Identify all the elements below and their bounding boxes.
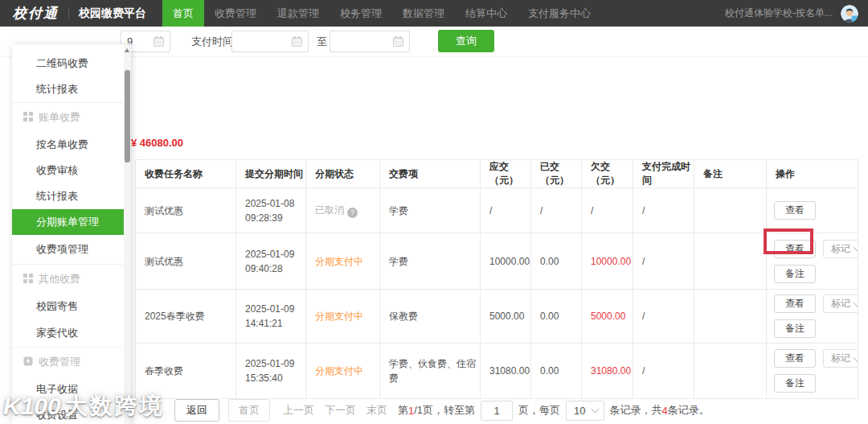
pay-time-end-input[interactable]: [330, 31, 410, 52]
cell-remark: [694, 344, 767, 399]
cell-complete-time: /: [633, 290, 694, 344]
back-button[interactable]: 返回: [174, 399, 219, 422]
prev-page-link[interactable]: 上一页: [283, 403, 314, 418]
goto-page-input[interactable]: [481, 401, 513, 421]
user-avatar-icon[interactable]: [841, 5, 858, 23]
badge-download-icon: [23, 356, 33, 368]
col-submit-time: 提交分期时间: [236, 160, 306, 188]
sidebar-section-bill-fee: 账单收费: [12, 102, 131, 132]
mark-dropdown[interactable]: 标记: [823, 294, 858, 313]
sidebar-item-e-receipt[interactable]: 电子收据: [12, 377, 131, 402]
view-button[interactable]: 查看: [774, 240, 816, 258]
sidebar-item-fee-review[interactable]: 收费审核: [12, 158, 131, 183]
sidebar-item-stats-report-1[interactable]: 统计报表: [12, 76, 131, 102]
last-page-link[interactable]: 末页: [366, 403, 387, 418]
sidebar-item-fee-settings[interactable]: 收费设置: [12, 402, 131, 424]
table-row: 春季收费 2025-01-09 15:35:40 分期支付中 学费、伙食费、住宿…: [136, 344, 858, 399]
query-button[interactable]: 查询: [438, 30, 494, 52]
nav-home[interactable]: 首页: [162, 0, 204, 27]
sidebar-item-by-roster-fee[interactable]: 按名单收费: [12, 132, 131, 158]
first-page-button[interactable]: 首页: [228, 399, 270, 422]
chevron-down-icon: [854, 353, 858, 361]
goto-suffix-label: 页，每页: [518, 403, 560, 418]
cell-due: /: [481, 188, 531, 233]
cell-paid: 0.00: [531, 290, 582, 344]
remark-button[interactable]: 备注: [774, 319, 816, 338]
cell-task-name: 测试优惠: [136, 188, 236, 233]
cell-paid: 0.00: [531, 344, 582, 399]
cell-pay-items: 学费: [380, 233, 481, 290]
page-info-prefix: 第: [398, 403, 408, 418]
cell-actions: 查看 标记 备注: [767, 344, 858, 399]
cell-complete-time: /: [633, 233, 694, 290]
cell-pay-items: 学费、伙食费、住宿费: [380, 344, 481, 399]
sidebar-item-campus-consignment[interactable]: 校园寄售: [12, 294, 131, 319]
chevron-down-icon: [854, 244, 858, 252]
mark-dropdown[interactable]: 标记: [823, 240, 858, 258]
sidebar-item-fee-item-mgmt[interactable]: 收费项管理: [12, 235, 131, 264]
cell-actions: 查看 标记 备注: [767, 233, 858, 290]
nav-school-affairs[interactable]: 校务管理: [330, 0, 392, 27]
remark-button[interactable]: 备注: [774, 265, 816, 283]
view-button[interactable]: 查看: [774, 349, 816, 368]
help-question-icon[interactable]: ?: [347, 208, 358, 218]
cell-status: 分期支付中: [306, 290, 380, 344]
col-remark: 备注: [694, 160, 767, 188]
sidebar: 二维码收费 统计报表 账单收费 按名单收费 收费审核 统计报表 分期账单管理 收…: [12, 44, 131, 424]
nav-fee-management[interactable]: 收费管理: [204, 0, 267, 27]
scrollbar-thumb[interactable]: [125, 70, 130, 163]
records-label: 条记录，共: [610, 403, 662, 418]
cell-complete-time: /: [633, 344, 694, 399]
nav-settlement-center[interactable]: 结算中心: [455, 0, 518, 27]
range-separator-label: 至: [317, 31, 327, 52]
table-row: 测试优惠 2025-01-09 09:40:28 分期支付中 学费 10000.…: [136, 233, 858, 290]
cell-complete-time: /: [633, 188, 694, 233]
cell-pay-items: 学费: [380, 188, 481, 233]
cell-owed: 10000.00: [582, 233, 633, 290]
view-button[interactable]: 查看: [774, 294, 816, 313]
mark-dropdown[interactable]: 标记: [823, 349, 858, 368]
per-page-select[interactable]: 10: [566, 401, 604, 421]
scroll-up-icon[interactable]: [125, 48, 129, 52]
nav-payment-service-center[interactable]: 支付服务中心: [518, 0, 601, 27]
col-paid: 已交（元）: [531, 160, 582, 188]
cell-owed: 5000.00: [582, 290, 633, 344]
sidebar-item-stats-report-2[interactable]: 统计报表: [12, 183, 131, 209]
next-page-link[interactable]: 下一页: [325, 403, 356, 418]
calendar-icon: [393, 36, 403, 47]
sidebar-scrollbar[interactable]: [124, 44, 131, 424]
total-records: 4: [662, 405, 668, 417]
remark-button[interactable]: 备注: [774, 374, 816, 393]
cell-submit-time: 2025-01-09 14:41:21: [236, 290, 306, 344]
chevron-down-icon: [591, 405, 599, 414]
cell-task-name: 测试优惠: [136, 233, 236, 290]
pay-time-label: 支付时间: [191, 31, 233, 52]
sidebar-item-qrcode-fee[interactable]: 二维码收费: [12, 51, 131, 76]
table-row: 测试优惠 2025-01-08 09:28:39 已取消? 学费 / / / /…: [136, 188, 858, 233]
pagination-bar: 返回 首页 上一页 下一页 末页 第1/1页，转至第 页，每页 10 条记录，共…: [174, 399, 710, 422]
pay-time-start-input[interactable]: [231, 31, 309, 52]
sidebar-item-installment-bill-mgmt[interactable]: 分期账单管理: [12, 209, 131, 235]
cell-task-name: 春季收费: [136, 344, 236, 399]
page-info-suffix: /1页，转至第: [414, 403, 475, 418]
view-button[interactable]: 查看: [774, 201, 816, 220]
nav-refund-management[interactable]: 退款管理: [267, 0, 330, 27]
cell-pay-items: 保教费: [380, 290, 481, 344]
main-nav: 首页 收费管理 退款管理 校务管理 数据管理 结算中心 支付服务中心: [162, 0, 601, 27]
cell-owed: 31080.00: [582, 344, 633, 399]
current-page: 1: [408, 405, 414, 417]
cell-paid: 0.00: [531, 233, 582, 290]
cell-remark: [694, 188, 767, 233]
nav-data-management[interactable]: 数据管理: [392, 0, 455, 27]
school-account-label[interactable]: 校付通体验学校-按名单...: [725, 6, 833, 20]
col-due: 应交（元）: [481, 160, 531, 188]
cell-submit-time: 2025-01-09 15:35:40: [236, 344, 306, 399]
col-owed: 欠交（元）: [582, 160, 633, 188]
cell-status: 分期支付中: [306, 233, 380, 290]
top-bar: 校付通 校园缴费平台 首页 收费管理 退款管理 校务管理 数据管理 结算中心 支…: [0, 0, 868, 27]
cell-actions: 查看: [767, 188, 858, 233]
cell-due: 10000.00: [481, 233, 531, 290]
chevron-down-icon: [854, 298, 858, 307]
sidebar-item-parent-committee-collect[interactable]: 家委代收: [12, 319, 131, 347]
total-amount: ¥ 46080.00: [131, 137, 183, 149]
